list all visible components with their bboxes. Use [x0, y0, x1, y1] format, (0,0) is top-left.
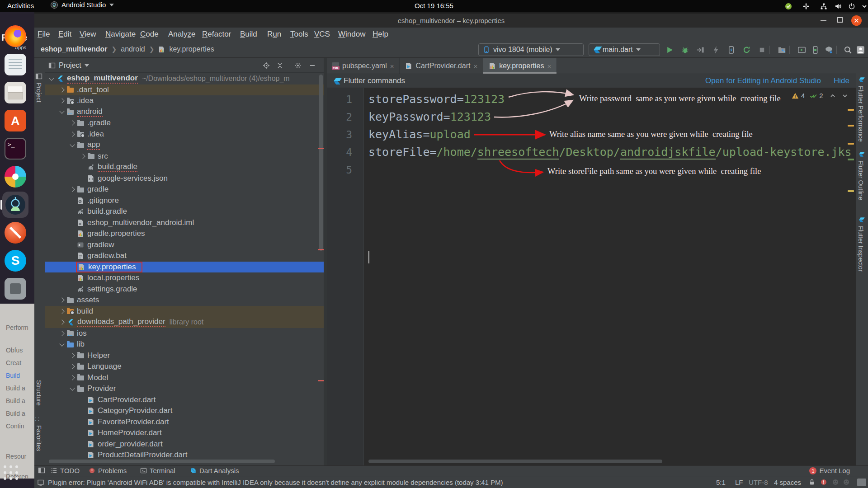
- grayapp-icon[interactable]: [5, 278, 26, 300]
- locate-file-icon[interactable]: [263, 62, 270, 70]
- project-panel-title[interactable]: Project: [59, 61, 81, 70]
- caret-position[interactable]: 5:1: [716, 479, 726, 486]
- tree-item-gradlew[interactable]: gradlew: [45, 239, 324, 251]
- tab-CartProvider.dart[interactable]: CartProvider.dart×: [400, 58, 483, 74]
- tool-tab-favorites[interactable]: Favorites: [35, 425, 42, 451]
- menu-run[interactable]: Run: [267, 30, 281, 39]
- tree-item-Provider[interactable]: Provider: [45, 383, 324, 394]
- tool-window-button-problems[interactable]: Problems: [89, 467, 127, 474]
- chevron-right-icon[interactable]: [59, 87, 64, 92]
- tree-item-Language[interactable]: Language: [45, 361, 324, 372]
- breadcrumb[interactable]: eshop_multivendor❯android❯key.properties: [41, 45, 214, 53]
- panel-splitter[interactable]: [324, 58, 327, 465]
- menu-window[interactable]: Window: [338, 30, 365, 39]
- network-icon[interactable]: [820, 2, 827, 10]
- cabinet-icon[interactable]: [5, 82, 26, 103]
- event-log-button[interactable]: 1 Event Log: [809, 467, 850, 474]
- chevron-right-icon[interactable]: [59, 309, 64, 314]
- menu-file[interactable]: File: [38, 30, 50, 39]
- chevron-right-icon[interactable]: [70, 375, 75, 380]
- tree-item-HomeProvider.dart[interactable]: HomeProvider.dart: [45, 427, 324, 439]
- tool-tab-structure[interactable]: Structure: [35, 380, 42, 406]
- menu-build[interactable]: Build: [240, 30, 257, 39]
- sdk-manager-icon[interactable]: [825, 46, 833, 54]
- hide-banner-link[interactable]: Hide: [834, 76, 849, 85]
- collapse-all-icon[interactable]: [276, 62, 284, 70]
- tree-item-gradle.properties[interactable]: gradle.properties: [45, 228, 324, 239]
- tree-item-downloads_path_provider[interactable]: downloads_path_providerlibrary root: [45, 317, 324, 328]
- chevron-right-icon[interactable]: [80, 154, 85, 159]
- chevron-right-icon[interactable]: [59, 331, 64, 336]
- code-line-2[interactable]: 2keyPassword=123123: [327, 108, 856, 126]
- stripe-mark-warning[interactable]: [848, 143, 854, 145]
- lock-icon[interactable]: [808, 479, 816, 486]
- menu-refactor[interactable]: Refactor: [202, 30, 231, 39]
- chevron-right-icon[interactable]: [70, 187, 75, 192]
- search-icon[interactable]: [844, 46, 852, 54]
- tree-item-build[interactable]: build: [45, 306, 324, 317]
- tree-item-.gradle[interactable]: .gradle: [45, 117, 324, 129]
- notifications-icon[interactable]: [843, 479, 850, 486]
- menu-view[interactable]: View: [80, 30, 96, 39]
- tree-item-.idea[interactable]: .idea: [45, 95, 324, 107]
- tree-item-src[interactable]: src: [45, 151, 324, 162]
- device-selector[interactable]: vivo 1804 (mobile): [478, 43, 584, 56]
- menu-analyze[interactable]: Analyze: [168, 30, 196, 39]
- menu-edit[interactable]: Edit: [58, 30, 71, 39]
- ubuntu-icon[interactable]: A: [5, 110, 26, 131]
- tree-item-.dart_tool[interactable]: .dart_tool: [45, 84, 324, 96]
- code-line-4[interactable]: 4storeFile=/home/shreesoftech/Desktop/an…: [327, 143, 856, 161]
- tree-item-settings.gradle[interactable]: settings.gradle: [45, 284, 324, 295]
- stripe-mark-typo[interactable]: [848, 159, 854, 160]
- breadcrumb-item[interactable]: eshop_multivendor: [41, 45, 108, 53]
- androidstudio-icon[interactable]: [5, 194, 26, 216]
- tree-item-ProductDetailProvider.dart[interactable]: ProductDetailProvider.dart: [45, 450, 324, 461]
- tool-window-button-terminal[interactable]: Terminal: [140, 467, 175, 474]
- tree-item-.gitignore[interactable]: .gitignore: [45, 195, 324, 206]
- tree-item-ios[interactable]: ios: [45, 328, 324, 339]
- run-window-icon[interactable]: [797, 46, 806, 54]
- menu-vcs[interactable]: VCS: [314, 30, 330, 39]
- chevron-right-icon[interactable]: [70, 353, 75, 358]
- hot-restart-icon[interactable]: [742, 46, 751, 54]
- hide-panel-icon[interactable]: [309, 62, 316, 70]
- resize-grip[interactable]: [857, 479, 866, 486]
- tab-pubspec.yaml[interactable]: pubspec.yaml×: [327, 58, 400, 74]
- tree-item-build.gradle[interactable]: build.gradle: [45, 162, 324, 173]
- inspector-icon[interactable]: [832, 479, 839, 486]
- clock[interactable]: Oct 19 16:55: [0, 2, 868, 9]
- horizontal-scrollbar[interactable]: [49, 460, 275, 463]
- tree-item-.idea[interactable]: .idea: [45, 129, 324, 140]
- menu-navigate[interactable]: Navigate: [105, 30, 136, 39]
- terminal-icon[interactable]: >_: [5, 138, 26, 160]
- line-separator[interactable]: LF: [735, 479, 743, 486]
- device-manager-icon[interactable]: [811, 46, 820, 54]
- stripe-mark-warning[interactable]: [848, 190, 854, 192]
- run-config-selector[interactable]: main.dart: [589, 43, 660, 56]
- tool-window-button-dart-analysis[interactable]: Dart Analysis: [190, 467, 239, 474]
- code-area[interactable]: 1storePassword=1231232keyPassword=123123…: [327, 88, 856, 465]
- debug-icon[interactable]: [681, 46, 689, 54]
- profiler-icon[interactable]: [712, 46, 720, 54]
- tree-item-CartProvider.dart[interactable]: CartProvider.dart: [45, 394, 324, 406]
- tree-item-google-services.json[interactable]: google-services.json: [45, 173, 324, 184]
- chevron-right-icon[interactable]: [59, 99, 64, 103]
- tree-item-android[interactable]: android: [45, 107, 324, 118]
- tree-item-order_provider.dart[interactable]: order_provider.dart: [45, 439, 324, 450]
- tree-item-app[interactable]: app: [45, 140, 324, 151]
- tree-item-build.gradle[interactable]: build.gradle: [45, 206, 324, 217]
- tree-item-FavoriteProvider.dart[interactable]: FavoriteProvider.dart: [45, 417, 324, 428]
- status-message[interactable]: Plugin error: Plugin 'Android WiFi ADB' …: [48, 479, 503, 486]
- tree-item-local.properties[interactable]: local.properties: [45, 272, 324, 284]
- menu-code[interactable]: Code: [140, 30, 159, 39]
- stop-icon[interactable]: [758, 46, 766, 54]
- maximize-button[interactable]: [837, 17, 843, 23]
- tool-tab-flutter-inspector[interactable]: Flutter Inspector: [857, 216, 864, 272]
- tree-item-gradlew.bat[interactable]: gradlew.bat: [45, 250, 324, 262]
- tool-window-button-todo[interactable]: TODO: [51, 467, 80, 474]
- chevron-right-icon[interactable]: [70, 364, 75, 369]
- tool-tab-flutter-outline[interactable]: Flutter Outline: [857, 151, 864, 200]
- inspection-widget[interactable]: 4 2: [792, 92, 849, 99]
- attach-icon[interactable]: [696, 46, 705, 54]
- tool-tab-project[interactable]: Project: [35, 73, 42, 103]
